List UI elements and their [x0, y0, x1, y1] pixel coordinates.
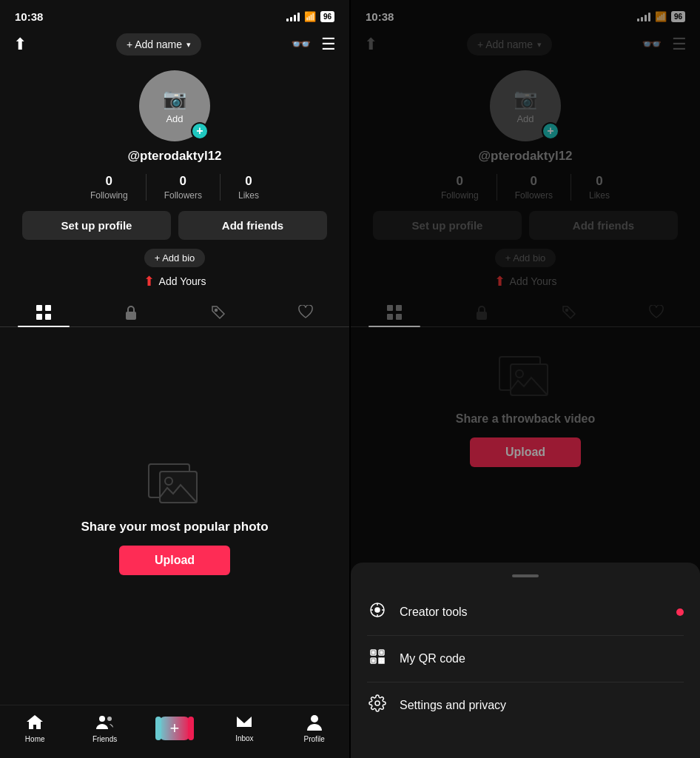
svg-rect-1	[45, 305, 51, 311]
battery-left: 96	[320, 11, 334, 22]
stat-followers-left[interactable]: 0 Followers	[147, 174, 221, 201]
sheet-item-qr-code[interactable]: My QR code	[351, 636, 700, 682]
svg-point-11	[311, 715, 318, 722]
status-bar-left: 10:38 📶 96	[0, 0, 349, 27]
stat-following-left[interactable]: 0 Following	[73, 174, 147, 201]
lock-icon-left	[124, 304, 138, 321]
sheet-item-creator-tools[interactable]: Creator tools	[351, 589, 700, 635]
svg-point-22	[375, 608, 380, 612]
time-left: 10:38	[15, 10, 43, 23]
sheet-item-settings[interactable]: Settings and privacy	[351, 682, 700, 728]
chevron-icon-left: ▾	[186, 40, 191, 50]
stat-likes-left[interactable]: 0 Likes	[221, 174, 277, 201]
add-bio-button-left[interactable]: + Add bio	[144, 249, 206, 267]
svg-rect-4	[126, 312, 136, 320]
qr-code-icon	[367, 648, 388, 670]
settings-icon	[367, 694, 388, 717]
home-icon-left	[25, 713, 44, 732]
svg-rect-27	[380, 651, 383, 654]
camera-icon-left: 📷	[163, 87, 186, 110]
svg-point-5	[215, 309, 218, 312]
add-yours-icon-left: ⬆	[144, 273, 155, 289]
friends-icon-left	[95, 713, 115, 732]
status-right-left: 📶 96	[286, 11, 334, 22]
svg-rect-2	[36, 314, 42, 320]
qr-code-label: My QR code	[400, 652, 465, 665]
svg-rect-26	[372, 651, 374, 654]
left-panel: 10:38 📶 96 ⬆ + Add name ▾ 👓 ☰ 📷	[0, 0, 349, 758]
tab-heart-left[interactable]	[262, 297, 349, 326]
upload-button-left[interactable]: Upload	[119, 546, 230, 575]
heart-icon-left	[297, 305, 314, 320]
nav-create-left[interactable]: +	[152, 717, 197, 740]
svg-rect-29	[379, 658, 381, 660]
photo-placeholder-icon-left	[145, 457, 204, 509]
overlay[interactable]	[351, 0, 700, 595]
top-nav-left: ⬆ + Add name ▾ 👓 ☰	[0, 27, 349, 63]
right-panel: 10:38 📶 96 ⬆ + Add name ▾ 👓 ☰ 📷	[351, 0, 700, 758]
svg-rect-31	[379, 661, 381, 663]
stats-row-left: 0 Following 0 Followers 0 Likes	[73, 174, 277, 201]
username-left: @pterodaktyl12	[127, 149, 221, 164]
avatar-wrapper-left[interactable]: 📷 Add +	[139, 70, 210, 141]
tab-grid-left[interactable]	[0, 297, 87, 326]
svg-rect-0	[36, 305, 42, 311]
plus-badge-left: +	[191, 122, 209, 140]
tab-lock-left[interactable]	[87, 297, 175, 326]
nav-home-left[interactable]: Home	[13, 713, 57, 743]
signal-icon-left	[286, 13, 300, 21]
profile-icon-left	[306, 713, 323, 732]
nav-friends-left[interactable]: Friends	[83, 713, 127, 743]
action-buttons-left: Set up profile Add friends	[15, 211, 334, 240]
bottom-nav-left: Home Friends + Inbox	[0, 705, 349, 758]
bottom-sheet: Creator tools My QR cod	[351, 563, 700, 758]
add-friends-button-left[interactable]: Add friends	[178, 211, 327, 240]
svg-rect-32	[382, 661, 384, 663]
sheet-handle	[512, 574, 539, 577]
creator-tools-dot	[676, 608, 684, 616]
nav-profile-left[interactable]: Profile	[292, 713, 337, 743]
svg-rect-3	[45, 314, 51, 320]
set-up-profile-button-left[interactable]: Set up profile	[22, 211, 171, 240]
tab-tag-left[interactable]	[175, 297, 262, 326]
settings-label: Settings and privacy	[400, 699, 506, 712]
nav-right-left: 👓 ☰	[291, 35, 336, 54]
inbox-icon-left	[235, 714, 253, 731]
create-button-left[interactable]: +	[159, 717, 190, 740]
tag-icon-left	[210, 304, 226, 321]
creator-tools-label: Creator tools	[400, 606, 468, 619]
tabs-row-left	[0, 297, 349, 327]
grid-icon-left	[36, 304, 52, 321]
menu-icon-left[interactable]: ☰	[321, 35, 336, 54]
share-icon-left[interactable]: ⬆	[13, 35, 27, 54]
svg-point-9	[99, 716, 105, 722]
profile-section-left: 📷 Add + @pterodaktyl12 0 Following 0 Fol…	[0, 63, 349, 297]
content-area-left: Share your most popular photo Upload	[0, 327, 349, 705]
svg-point-10	[107, 717, 112, 721]
svg-rect-28	[372, 660, 374, 662]
add-yours-left[interactable]: ⬆ Add Yours	[144, 273, 206, 289]
add-name-button-left[interactable]: + Add name ▾	[116, 33, 201, 56]
glasses-icon-left[interactable]: 👓	[291, 35, 311, 54]
svg-point-33	[375, 701, 380, 705]
nav-inbox-left[interactable]: Inbox	[222, 714, 266, 742]
creator-tools-icon	[367, 601, 388, 623]
wifi-icon-left: 📶	[304, 11, 316, 22]
svg-rect-30	[382, 658, 384, 660]
content-title-left: Share your most popular photo	[81, 519, 268, 535]
